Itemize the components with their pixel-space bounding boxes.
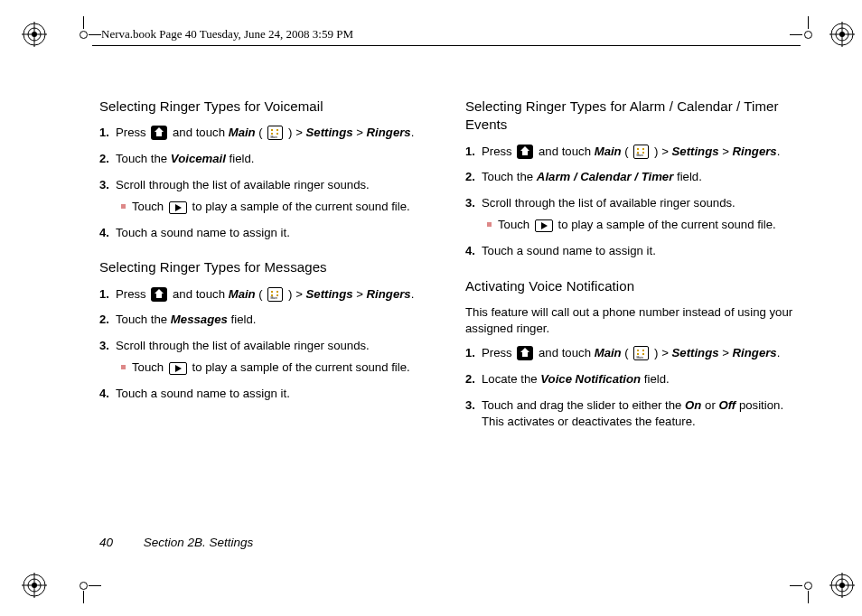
step: Scroll through the list of available rin… — [116, 338, 429, 376]
section-title: Section 2B. Settings — [144, 536, 254, 549]
header-rule — [92, 45, 801, 46]
left-column: Selecting Ringer Types for Voicemail Pre… — [99, 98, 429, 440]
registration-mark-icon — [22, 22, 47, 47]
crop-mark-icon — [65, 16, 101, 52]
step: Touch a sound name to assign it. — [116, 386, 429, 402]
crop-mark-icon — [790, 567, 826, 603]
intro-text: This feature will call out a phone numbe… — [465, 304, 795, 337]
registration-mark-icon — [22, 573, 47, 598]
crop-mark-icon — [65, 567, 101, 603]
heading-voice-notification: Activating Voice Notification — [465, 277, 795, 295]
svg-point-9 — [839, 32, 845, 37]
step: Touch and drag the slider to either the … — [482, 397, 795, 430]
heading-alarm: Selecting Ringer Types for Alarm / Calen… — [465, 98, 795, 135]
step: Press and touch Main ( ) > Settings > Ri… — [482, 345, 795, 361]
step: Touch a sound name to assign it. — [482, 243, 795, 259]
step: Press and touch Main ( ) > Settings > Ri… — [482, 144, 795, 160]
home-button-icon — [517, 346, 533, 360]
heading-messages: Selecting Ringer Types for Messages — [99, 258, 429, 276]
home-button-icon — [151, 126, 167, 140]
main-menu-icon — [633, 346, 649, 360]
substep: Touch to play a sample of the current so… — [487, 217, 795, 233]
heading-voicemail: Selecting Ringer Types for Voicemail — [99, 98, 429, 116]
play-icon — [535, 219, 553, 232]
right-column: Selecting Ringer Types for Alarm / Calen… — [465, 98, 795, 440]
step: Touch the Alarm / Calendar / Timer field… — [482, 169, 795, 185]
step: Locate the Voice Notification field. — [482, 371, 795, 387]
page-footer: 40 Section 2B. Settings — [99, 536, 253, 549]
home-button-icon — [151, 287, 167, 302]
substep: Touch to play a sample of the current so… — [121, 359, 429, 376]
substep: Touch to play a sample of the current so… — [121, 199, 429, 215]
step: Scroll through the list of available rin… — [482, 195, 795, 233]
step: Press and touch Main ( ) > Settings > Ri… — [116, 286, 429, 303]
home-button-icon — [517, 145, 533, 159]
step: Touch the Voicemail field. — [116, 151, 429, 167]
steps-voice-notification: Press and touch Main ( ) > Settings > Ri… — [465, 345, 795, 429]
steps-messages: Press and touch Main ( ) > Settings > Ri… — [99, 286, 429, 402]
play-icon — [169, 201, 187, 214]
page-number: 40 — [99, 536, 113, 549]
step: Touch the Messages field. — [116, 312, 429, 328]
step: Press and touch Main ( ) > Settings > Ri… — [116, 125, 429, 141]
header-text: Nerva.book Page 40 Tuesday, June 24, 200… — [101, 27, 353, 42]
steps-voicemail: Press and touch Main ( ) > Settings > Ri… — [99, 125, 429, 240]
registration-mark-icon — [829, 573, 855, 598]
play-icon — [169, 362, 187, 375]
registration-mark-icon — [829, 22, 855, 47]
svg-point-4 — [32, 32, 37, 37]
svg-point-19 — [839, 583, 845, 588]
step: Touch a sound name to assign it. — [116, 225, 429, 241]
crop-mark-icon — [790, 16, 826, 52]
step: Scroll through the list of available rin… — [116, 177, 429, 215]
svg-point-14 — [32, 583, 37, 588]
main-menu-icon — [633, 145, 649, 159]
steps-alarm: Press and touch Main ( ) > Settings > Ri… — [465, 144, 795, 259]
main-menu-icon — [267, 287, 283, 302]
main-menu-icon — [267, 126, 283, 140]
